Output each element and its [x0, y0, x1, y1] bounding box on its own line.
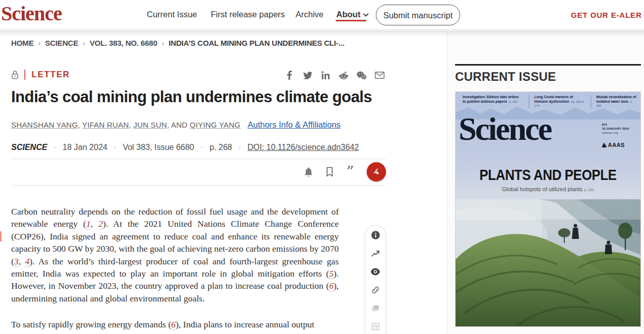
nav-about[interactable]: About: [336, 10, 369, 19]
site-header: Science Current Issue First release pape…: [0, 0, 644, 30]
kicker-divider: [24, 70, 25, 80]
author-link[interactable]: JUN SUN: [133, 120, 167, 129]
email-share-icon[interactable]: [375, 70, 385, 80]
article-title: India’s coal mining plan undermines clim…: [11, 87, 382, 107]
aaas-label: AAAS: [608, 142, 625, 148]
authors-info-link[interactable]: Authors Info & Affiliations: [247, 120, 340, 129]
cite-quote-icon[interactable]: ”: [346, 167, 354, 177]
meta-separator: ·: [114, 143, 116, 151]
author-names: SHANSHAN YANG, YIFAN RUAN, JUN SUN, AND …: [11, 120, 240, 129]
breadcrumb-volume[interactable]: VOL. 383, NO. 6680: [89, 39, 157, 47]
divider: [11, 185, 386, 186]
bookmark-icon[interactable]: [326, 167, 334, 177]
chevron-down-icon: [363, 13, 369, 17]
nav-archive[interactable]: Archive: [296, 10, 324, 19]
current-issue-heading: CURRENT ISSUE: [455, 70, 556, 84]
feature-subtitle-text: Global hotspots of utilized plants: [502, 186, 583, 192]
science-article-page: Science Current Issue First release pape…: [0, 0, 644, 334]
meta-journal: SCIENCE: [11, 143, 47, 151]
cover-feature: PLANTS AND PEOPLE Global hotspots of uti…: [456, 166, 640, 192]
article-body: Carbon neutrality depends on the reducti…: [11, 205, 339, 334]
breadcrumb-separator: ›: [83, 39, 85, 47]
get-e-alerts-link[interactable]: GET OUR E-ALER: [571, 11, 642, 19]
cover-science-logo: Science: [459, 110, 551, 148]
doi-link[interactable]: DOI: 10.1126/science.adn3642: [247, 143, 359, 151]
share-row: [284, 70, 385, 80]
eye-view-icon[interactable]: [370, 266, 380, 277]
magazine-cover[interactable]: Investigation: Editors take bribes to pu…: [455, 92, 641, 327]
authors-line: SHANSHAN YANG, YIFAN RUAN, JUN SUN, AND …: [11, 120, 387, 130]
reddit-share-icon[interactable]: [339, 70, 349, 80]
alerts-bell-icon[interactable]: [304, 167, 313, 177]
breadcrumb-separator: ›: [162, 39, 164, 47]
article-actions-row: ”: [11, 161, 386, 183]
reference-link[interactable]: 3: [14, 256, 19, 267]
pdf-icon: [371, 167, 381, 177]
facebook-share-icon[interactable]: [284, 70, 295, 80]
reference-link[interactable]: 1: [86, 219, 91, 229]
sidebar-top-rule: [455, 64, 641, 66]
article-type-label[interactable]: LETTER: [31, 70, 70, 80]
meta-separator: ·: [238, 143, 241, 151]
nav-first-release-papers[interactable]: First release papers: [211, 10, 285, 19]
figures-icon[interactable]: [370, 303, 380, 313]
twitter-share-icon[interactable]: [303, 70, 313, 80]
article-paragraph: Carbon neutrality depends on the reducti…: [11, 205, 339, 305]
cover-feature-subtitle: Global hotspots of utilized plants p. 29…: [456, 186, 640, 192]
linkedin-share-icon[interactable]: [320, 70, 331, 80]
breadcrumb-science[interactable]: SCIENCE: [45, 39, 78, 47]
pdf-download-button[interactable]: [367, 162, 386, 181]
meta-separator: ·: [54, 143, 56, 151]
article-kicker-row: LETTER: [11, 69, 70, 81]
cover-date: 19 JANUARY 2024: [602, 127, 629, 131]
cover-photo-illustration: [456, 199, 641, 326]
meta-date: 18 Jan 2024: [62, 143, 107, 151]
reference-link[interactable]: 6: [329, 281, 334, 291]
reference-link[interactable]: 5: [329, 268, 334, 279]
reference-link[interactable]: 6: [171, 319, 176, 330]
divider: [11, 159, 386, 159]
breadcrumb: HOME › SCIENCE › VOL. 383, NO. 6680 › IN…: [11, 39, 344, 47]
author-link[interactable]: SHANSHAN YANG: [11, 120, 78, 129]
reference-link[interactable]: 2: [99, 219, 103, 229]
current-issue-sidebar: CURRENT ISSUE Investigation: Editors tak…: [447, 31, 644, 334]
nav-about-label: About: [336, 10, 361, 19]
scroll-progress-tick: [0, 231, 2, 241]
share-link-icon[interactable]: [370, 285, 380, 295]
meta-separator: ·: [201, 143, 203, 151]
wechat-share-icon[interactable]: [357, 70, 367, 80]
breadcrumb-separator: ›: [38, 39, 40, 47]
reference-link[interactable]: 4: [25, 256, 29, 267]
article-tools-toolbar: [365, 225, 386, 334]
science-logo[interactable]: Science: [1, 2, 62, 25]
submit-manuscript-button[interactable]: Submit manuscript: [376, 5, 460, 25]
aaas-logo: AAAS: [602, 142, 625, 148]
breadcrumb-current-article: INDIA’S COAL MINING PLAN UNDERMINES CLI-…: [169, 39, 344, 47]
meta-volume: Vol 383, Issue 6680: [123, 143, 195, 151]
info-icon[interactable]: [370, 230, 380, 240]
author-link[interactable]: QIYING YANG: [189, 120, 240, 129]
aaas-triangle-icon: [602, 142, 607, 147]
nav-about-active-underline: [336, 20, 366, 21]
breadcrumb-home[interactable]: HOME: [11, 39, 34, 47]
meta-page: p. 268: [209, 143, 232, 151]
cover-site: science.org: [602, 131, 629, 135]
article-paragraph: To satisfy rapidly growing energy demand…: [11, 318, 339, 330]
feature-page: p. 293: [584, 188, 594, 192]
metrics-trend-icon[interactable]: [370, 248, 380, 258]
tables-icon[interactable]: [370, 321, 380, 331]
nav-current-issue[interactable]: Current Issue: [147, 10, 197, 19]
cover-price: $15: [602, 123, 629, 127]
author-link[interactable]: YIFAN RUAN: [82, 120, 129, 129]
cover-feature-title: PLANTS AND PEOPLE: [468, 166, 627, 184]
lock-icon: [11, 70, 19, 80]
article-meta-line: SCIENCE · 18 Jan 2024 · Vol 383, Issue 6…: [11, 143, 359, 152]
cover-issue-info: $15 19 JANUARY 2024 science.org: [602, 123, 629, 135]
